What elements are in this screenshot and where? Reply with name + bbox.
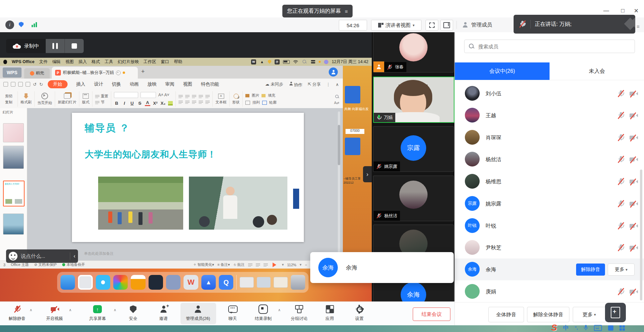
member-more-button[interactable]: 更多 <box>608 264 635 276</box>
member-row[interactable]: 刘小伍 <box>455 83 644 104</box>
video-tile-wanjuan-speaking[interactable]: 万娟 <box>373 77 454 123</box>
comment-text: 批注 <box>237 263 245 267</box>
sogou-ime-bar[interactable]: S 中 °, <box>551 323 625 332</box>
ime-skin-icon[interactable] <box>608 325 613 331</box>
stop-recording-button[interactable]: 结束录制 <box>255 304 272 322</box>
member-row[interactable]: 叶锐 叶锐 <box>455 215 644 237</box>
fullscreen-button[interactable] <box>426 20 438 31</box>
mic-muted-icon[interactable] <box>617 90 625 98</box>
video-tile-yaozonglu[interactable]: 宗露 姚宗露 <box>373 126 454 172</box>
camera-muted-icon[interactable] <box>629 90 638 98</box>
share-options-chevron[interactable] <box>114 308 116 312</box>
camera-muted-icon[interactable] <box>629 244 638 252</box>
invite-button[interactable]: 邀请 <box>159 304 168 322</box>
mic-muted-icon[interactable] <box>617 200 625 208</box>
member-search[interactable] <box>464 40 635 53</box>
video-tile-zhangchun[interactable]: 张春 <box>373 32 454 73</box>
start-video-button[interactable]: 开启视频 <box>46 304 63 322</box>
ime-add-panel-button[interactable] <box>605 303 626 322</box>
emoji-button[interactable] <box>9 252 17 260</box>
member-row[interactable]: 宗露 姚宗露 <box>455 193 644 215</box>
unmute-all-button[interactable]: 解除全体静音 <box>527 307 569 322</box>
mute-all-button[interactable]: 全体静音 <box>488 307 524 322</box>
mic-muted-icon[interactable] <box>617 222 625 230</box>
audio-options-chevron[interactable] <box>30 308 32 312</box>
search-input[interactable] <box>478 43 631 50</box>
mic-muted-icon[interactable] <box>617 178 625 186</box>
mic-muted-icon[interactable] <box>617 155 625 163</box>
footer-more-button[interactable]: 更多 <box>573 307 606 322</box>
settings-button[interactable]: 设置 <box>355 304 364 322</box>
member-row-selected[interactable]: 余海 余海 解除静音 更多 <box>455 258 644 280</box>
camera-muted-icon[interactable] <box>629 200 638 208</box>
meeting-info-icon[interactable]: i <box>5 20 14 29</box>
superscript-button: X² <box>153 101 158 106</box>
camera-muted-icon[interactable] <box>629 178 638 186</box>
member-row[interactable]: 王越 <box>455 104 644 126</box>
video-tile-yangsijie[interactable]: 杨丝洁 <box>373 176 454 221</box>
member-row[interactable]: 庚娟 <box>455 281 644 302</box>
camera-muted-icon[interactable] <box>629 134 638 142</box>
chat-quick-input[interactable]: 说点什么... <box>6 249 78 263</box>
end-meeting-button[interactable]: 结束会议 <box>413 307 450 321</box>
menu-item: 工作区 <box>144 59 156 65</box>
camera-muted-icon[interactable] <box>629 288 638 296</box>
textbox-label: 文本框 <box>215 100 227 105</box>
manage-members-button[interactable]: 管理成员(26) <box>186 304 210 322</box>
maximize-button[interactable] <box>621 7 625 14</box>
security-shield-icon[interactable] <box>19 22 24 27</box>
ime-keyboard-icon[interactable] <box>594 325 602 331</box>
sync-label: 未同步 <box>271 82 283 87</box>
wps-dock-icon: W <box>184 275 198 290</box>
collapse-chat-icon[interactable] <box>74 253 75 259</box>
camera-muted-icon[interactable] <box>629 155 638 163</box>
stop-recording-button[interactable] <box>65 39 84 53</box>
new-tab-icon <box>141 68 145 75</box>
tab-in-meeting[interactable]: 会议中(26) <box>455 62 550 80</box>
view-mode-label: 演讲者视图 <box>386 22 411 29</box>
unmute-button[interactable]: 解除静音 <box>9 304 26 322</box>
share-screen-button[interactable]: 共享屏幕 <box>89 304 106 322</box>
slide-thumbnail-4 <box>3 214 24 235</box>
member-row[interactable]: 杨丝洁 <box>455 148 644 170</box>
apps-button[interactable]: 应用 <box>326 304 334 322</box>
view-mode-dropdown[interactable]: 演讲者视图 <box>371 20 421 31</box>
member-row[interactable]: 杨维思 <box>455 171 644 192</box>
ime-punctuation-toggle[interactable]: °, <box>575 325 578 330</box>
tile-name-label: 张春 <box>384 62 406 72</box>
camera-muted-icon[interactable] <box>629 111 638 120</box>
chat-button[interactable]: 聊天 <box>228 304 237 322</box>
mic-muted-icon[interactable] <box>617 244 625 252</box>
layout-toggle-button[interactable] <box>440 20 453 31</box>
sogou-logo[interactable]: S <box>551 323 557 332</box>
member-list-scrollbar[interactable] <box>640 170 642 300</box>
mic-muted-icon[interactable] <box>617 288 625 296</box>
network-signal-icon[interactable] <box>32 22 37 27</box>
video-options-chevron[interactable] <box>69 308 72 312</box>
tab-not-joined[interactable]: 未入会 <box>550 62 644 80</box>
video-panel-toggle[interactable] <box>363 166 372 182</box>
unmute-member-button[interactable]: 解除静音 <box>576 264 605 276</box>
tile-name-label: 万娟 <box>374 113 395 122</box>
ime-voice-icon[interactable] <box>584 325 588 331</box>
avatar-initials: 宗露 <box>401 135 426 161</box>
menu-item: 帮助 <box>174 59 182 65</box>
replace-icon: A⇄ <box>334 101 340 105</box>
pause-recording-button[interactable] <box>46 39 65 53</box>
cloud-record-icon <box>13 44 21 49</box>
menu-item: 编辑 <box>52 59 61 65</box>
member-row[interactable]: 尹秋芝 <box>455 237 644 258</box>
camera-muted-icon[interactable] <box>629 222 638 230</box>
close-button[interactable] <box>634 7 639 14</box>
mic-muted-icon[interactable] <box>617 111 625 120</box>
minimize-button[interactable] <box>603 7 609 14</box>
ime-toolbox-icon[interactable] <box>619 325 625 331</box>
member-row[interactable]: 肖琛琛 <box>455 127 644 148</box>
security-button[interactable]: 安全 <box>129 304 137 322</box>
ime-mode-toggle[interactable]: 中 <box>563 324 569 332</box>
share-toast-menu-icon[interactable] <box>345 8 348 14</box>
mic-muted-icon[interactable] <box>617 134 625 142</box>
collapse-handle-icon[interactable] <box>637 23 640 29</box>
record-options-chevron[interactable] <box>278 308 281 312</box>
breakout-rooms-button[interactable]: 分组讨论 <box>291 304 308 322</box>
